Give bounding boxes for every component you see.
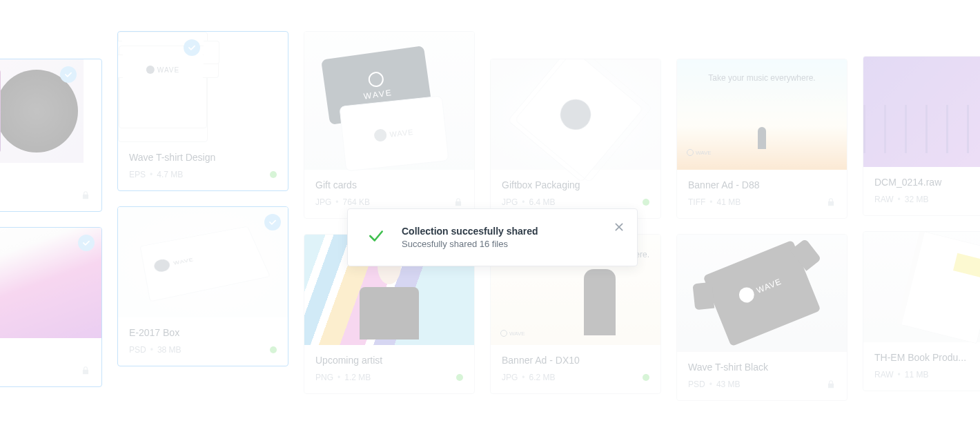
asset-spec: PNG•1.2 MB (315, 373, 371, 382)
asset-meta: ...oduct Shot...•JB (0, 163, 101, 211)
asset-title: Wave T-shirt Design (129, 152, 277, 163)
asset-thumbnail[interactable]: WAVEWAVE (304, 32, 474, 170)
asset-title: Upcoming artist (315, 355, 463, 366)
asset-spec: EPS•4.7 MB (129, 170, 183, 179)
asset-meta: Wave T-shirt DesignEPS•4.7 MB (118, 142, 288, 190)
asset-spec: PSD•43 MB (688, 380, 741, 389)
asset-title: Gift cards (315, 179, 463, 190)
asset-meta: TH-EM Book Produ...RAW•11 MB (863, 342, 980, 391)
asset-title: ...oduct Shot (0, 173, 90, 184)
asset-thumbnail[interactable] (863, 57, 980, 167)
asset-card[interactable]: Take your music everywhere.WAVEBanner Ad… (676, 59, 847, 219)
lock-icon (81, 190, 90, 200)
asset-thumbnail[interactable] (863, 232, 980, 342)
asset-title: TH-EM Book Produ... (874, 352, 980, 363)
asset-meta: ...88.raw...•JB (0, 338, 101, 386)
asset-title: Banner Ad - D88 (688, 179, 836, 190)
status-dot-available-icon (456, 374, 463, 381)
asset-thumbnail[interactable] (0, 59, 84, 163)
lock-icon (453, 197, 463, 207)
lock-icon (81, 366, 90, 375)
asset-card[interactable]: ...oduct Shot...•JB (0, 59, 102, 212)
asset-spec: RAW•11 MB (874, 370, 928, 380)
asset-card[interactable]: WAVEWave T-shirt DesignEPS•4.7 MB (117, 31, 288, 191)
status-dot-available-icon (643, 374, 649, 381)
asset-card[interactable]: TH-EM Book Produ...RAW•11 MB (863, 231, 980, 391)
asset-card[interactable]: WAVEWave T-shirt BlackPSD•43 MB (676, 234, 847, 401)
asset-thumbnail[interactable] (0, 228, 101, 338)
grid-column: WAVEWave T-shirt DesignEPS•4.7 MBWAVEE-2… (117, 31, 288, 401)
toast-title: Collection succesfully shared (402, 226, 538, 237)
selected-check-icon (264, 214, 281, 230)
selected-check-icon (184, 39, 200, 56)
asset-card[interactable]: ...88.raw...•JB (0, 227, 102, 387)
asset-thumbnail[interactable]: WAVE (677, 235, 847, 352)
asset-title: E-2017 Box (129, 327, 277, 338)
asset-spec: JPG•764 KB (315, 197, 370, 207)
status-dot-available-icon (270, 171, 277, 178)
lock-icon (826, 380, 836, 389)
selected-check-icon (78, 235, 95, 251)
asset-spec: TIFF•41 MB (688, 197, 741, 207)
asset-spec: PSD•38 MB (129, 345, 182, 355)
asset-card[interactable]: DCM_0214.rawRAW•32 MB (863, 56, 980, 216)
asset-spec: RAW•32 MB (874, 195, 928, 204)
success-check-icon (367, 227, 385, 248)
toast-close-button[interactable] (614, 222, 625, 235)
status-dot-available-icon (643, 199, 649, 206)
toast-subtitle: Succesfully shared 16 files (402, 239, 538, 249)
asset-meta: DCM_0214.rawRAW•32 MB (863, 167, 980, 215)
lock-icon (826, 197, 836, 207)
asset-spec: JPG•6.4 MB (502, 197, 556, 207)
toast-message: Collection succesfully shared Succesfull… (402, 226, 538, 249)
asset-meta: Upcoming artistPNG•1.2 MB (304, 345, 474, 393)
grid-column: ...oduct Shot...•JB...88.raw...•JB (0, 59, 102, 401)
asset-meta: E-2017 BoxPSD•38 MB (118, 317, 288, 366)
asset-title: ...88.raw (0, 348, 90, 359)
status-dot-available-icon (270, 346, 277, 353)
asset-card[interactable]: WAVEE-2017 BoxPSD•38 MB (117, 206, 288, 366)
selected-check-icon (60, 66, 77, 83)
asset-card[interactable]: WAVEWAVEGift cardsJPG•764 KB (304, 31, 475, 219)
asset-thumbnail[interactable]: WAVE (118, 207, 288, 317)
asset-thumbnail[interactable]: Take your music everywhere.WAVE (677, 59, 847, 170)
asset-meta: Banner Ad - D88TIFF•41 MB (677, 170, 847, 218)
asset-title: Banner Ad - DX10 (502, 355, 649, 366)
asset-title: Giftbox Packaging (502, 179, 649, 190)
asset-title: Wave T-shirt Black (688, 362, 836, 373)
share-success-toast: Collection succesfully shared Succesfull… (347, 208, 638, 266)
asset-meta: Wave T-shirt BlackPSD•43 MB (677, 352, 847, 400)
grid-column: DCM_0214.rawRAW•32 MBTH-EM Book Produ...… (863, 56, 980, 401)
asset-title: DCM_0214.raw (874, 177, 980, 188)
asset-card[interactable]: Giftbox PackagingJPG•6.4 MB (490, 59, 661, 219)
grid-column: Take your music everywhere.WAVEBanner Ad… (676, 59, 847, 401)
asset-meta: Banner Ad - DX10JPG•6.2 MB (491, 345, 660, 393)
asset-thumbnail[interactable]: WAVE (118, 32, 208, 142)
asset-thumbnail[interactable] (491, 59, 660, 170)
asset-spec: JPG•6.2 MB (502, 373, 556, 382)
